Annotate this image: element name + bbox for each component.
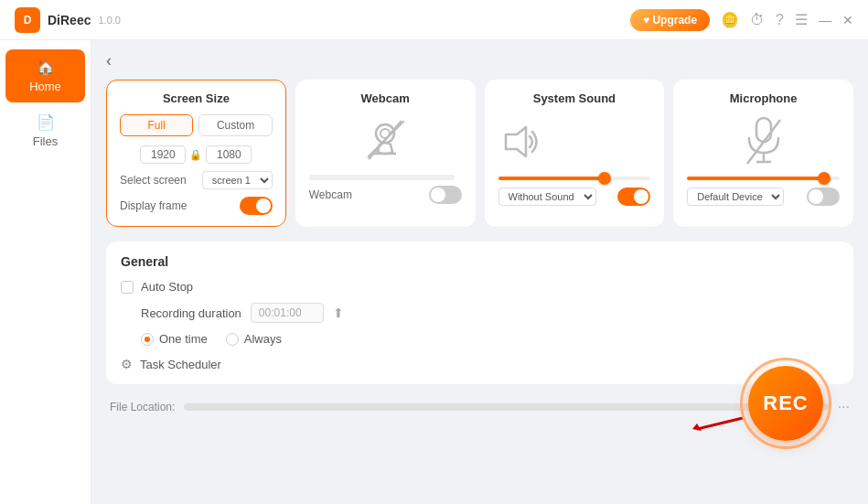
close-button[interactable]: ✕ [842,13,853,27]
display-frame-row: Display frame [120,197,273,215]
main-layout: 🏠 Home 📄 Files ‹ Screen Size Full Custom… [0,40,868,504]
webcam-icon-wrap [309,114,462,169]
mic-bottom: Default Device [687,188,840,206]
app-name: DiReec [48,13,91,27]
rec-button-container: REC [740,358,831,449]
general-title: General [121,254,839,269]
webcam-card: Webcam [295,80,476,227]
display-frame-toggle[interactable] [240,197,273,215]
auto-stop-row: Auto Stop [121,280,839,294]
auto-stop-label: Auto Stop [141,280,193,294]
always-label: Always [244,332,282,346]
menu-icon[interactable]: ☰ [795,11,808,28]
lock-icon: 🔒 [189,149,202,161]
rec-arrow [692,409,747,436]
recording-duration-label: Recording duration [141,306,241,320]
svg-marker-4 [506,127,526,156]
back-button[interactable]: ‹ [106,51,112,70]
sidebar-home-label: Home [29,80,61,93]
select-screen-label: Select screen [120,174,187,187]
microphone-card: Microphone [673,80,853,227]
coin-icon[interactable]: 🪙 [721,11,739,28]
width-input[interactable] [140,145,186,164]
home-icon: 🏠 [37,59,55,76]
minimize-button[interactable]: — [819,13,831,27]
task-scheduler-row[interactable]: ⚙ Task Scheduler [121,357,839,371]
full-size-button[interactable]: Full [120,114,193,136]
webcam-toggle[interactable] [429,186,462,204]
files-icon: 📄 [37,113,55,131]
help-icon[interactable]: ? [776,12,784,28]
one-time-radio-inner [145,337,150,342]
height-input[interactable] [206,145,252,164]
sound-slider-thumb[interactable] [598,172,611,185]
webcam-icon [365,117,405,166]
mic-slider-thumb[interactable] [818,172,830,185]
upgrade-button[interactable]: ♥ Upgrade [630,9,710,31]
system-sound-card: System Sound Without Sound [485,80,665,227]
sound-slider[interactable] [498,177,651,180]
svg-rect-5 [756,118,771,142]
svg-line-9 [697,418,743,429]
app-version: 1.0.0 [98,15,120,26]
logo-text: D [24,14,32,27]
sidebar-files-label: Files [33,134,58,148]
webcam-label: Webcam [309,188,352,201]
webcam-bottom [309,175,462,180]
titlebar-right: ♥ Upgrade 🪙 ⏱ ? ☰ — ✕ [630,9,853,31]
one-time-radio[interactable] [141,333,154,346]
sidebar: 🏠 Home 📄 Files [0,40,91,504]
svg-point-1 [380,129,390,138]
app-logo: D [15,7,40,33]
screen-select[interactable]: screen 1 [202,171,273,189]
microphone-icon [745,116,782,167]
titlebar: D DiReec 1.0.0 ♥ Upgrade 🪙 ⏱ ? ☰ — ✕ [0,0,868,40]
sound-toggle[interactable] [617,188,650,206]
timer-icon[interactable]: ⏱ [750,12,765,28]
sidebar-item-files[interactable]: 📄 Files [5,104,85,157]
radio-row: One time Always [121,332,839,346]
webcam-svg [365,117,405,163]
recording-duration-row: Recording duration ⬆ [121,303,839,323]
custom-size-button[interactable]: Custom [198,114,272,136]
rec-button[interactable]: REC [748,366,823,441]
duration-input[interactable] [251,303,324,323]
cards-row: Screen Size Full Custom 🔒 Select screen … [106,80,853,227]
system-sound-title: System Sound [498,91,651,105]
one-time-option[interactable]: One time [141,332,208,346]
mic-slider-fill [687,177,824,180]
always-radio[interactable] [226,333,239,346]
sound-select[interactable]: Without Sound [498,188,596,206]
file-dots-button[interactable]: ··· [838,399,850,415]
size-buttons: Full Custom [120,114,273,136]
sound-slider-fill [498,177,605,180]
sound-icon-wrap [498,114,542,169]
duration-stepper[interactable]: ⬆ [333,306,344,320]
rec-outer-ring: REC [740,358,831,449]
file-location-label: File Location: [110,401,175,413]
resolution-row: 🔒 [120,145,273,164]
gear-icon: ⚙ [121,357,133,371]
mic-toggle[interactable] [807,188,840,206]
arrow-container [692,409,747,440]
display-frame-label: Display frame [120,199,187,212]
sidebar-item-home[interactable]: 🏠 Home [5,49,85,102]
auto-stop-checkbox[interactable] [121,281,134,294]
rec-label: REC [763,391,808,415]
always-option[interactable]: Always [226,332,282,346]
mic-icon-wrap [687,114,840,169]
mic-select[interactable]: Default Device [687,188,784,206]
svg-point-0 [376,124,394,143]
webcam-label-row: Webcam [309,186,462,204]
content-area: ‹ Screen Size Full Custom 🔒 Select scree… [91,40,868,504]
sound-icon [498,122,542,162]
microphone-title: Microphone [687,91,840,105]
titlebar-left: D DiReec 1.0.0 [15,7,121,33]
screen-size-card: Screen Size Full Custom 🔒 Select screen … [106,80,286,227]
screen-size-title: Screen Size [120,91,273,105]
task-scheduler-label: Task Scheduler [140,358,221,371]
sound-bottom: Without Sound [498,188,651,206]
mic-slider[interactable] [687,177,840,180]
webcam-title: Webcam [309,91,462,105]
select-screen-row: Select screen screen 1 [120,171,273,189]
